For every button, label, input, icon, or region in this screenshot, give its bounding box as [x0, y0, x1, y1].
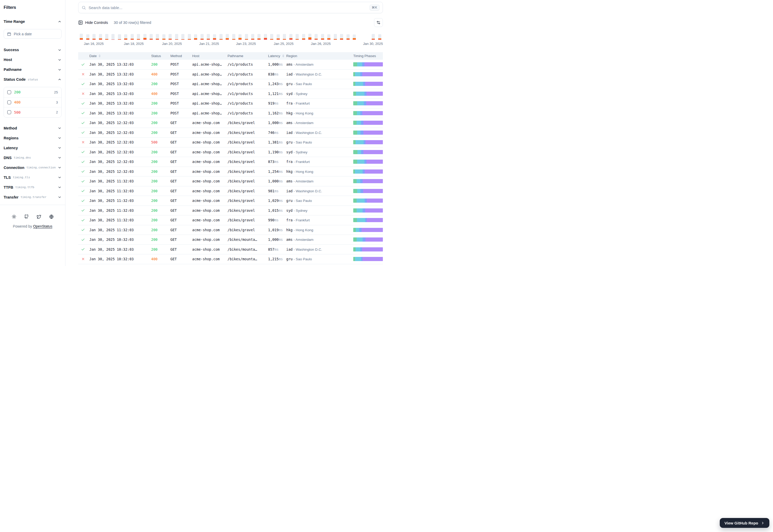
table-row[interactable]: Jan 30, 2025 11:32:03200GETacme-shop.com…: [78, 206, 383, 216]
table-row[interactable]: Jan 30, 2025 12:32:03200GETacme-shop.com…: [78, 167, 383, 177]
table-row[interactable]: Jan 30, 2025 13:32:03400POSTapi.acme-sho…: [78, 89, 383, 99]
histogram-bar-slot: [116, 33, 122, 40]
sidebar-section-tls[interactable]: TLStiming.tls: [4, 175, 62, 180]
table-row[interactable]: Jan 30, 2025 10:32:03400GETacme-shop.com…: [78, 254, 383, 264]
cell-pathname: /bikes/gravel: [226, 121, 266, 125]
success-check-icon: [78, 238, 88, 242]
table-row[interactable]: Jan 30, 2025 12:32:03200GETacme-shop.com…: [78, 128, 383, 138]
chevron-up-icon: [58, 20, 62, 24]
sidebar-section-dns[interactable]: DNStiming.dns: [4, 155, 62, 160]
histogram-bar-slot: [110, 33, 116, 40]
cell-host: api.acme-shop…: [190, 72, 226, 76]
phase-tls-segment: [363, 169, 365, 174]
sidebar-section-success[interactable]: Success: [4, 47, 62, 52]
openstatus-link[interactable]: OpenStatus: [33, 224, 52, 228]
table-row[interactable]: Jan 30, 2025 12:32:03500GETacme-shop.com…: [78, 138, 383, 147]
phase-dns-segment: [353, 189, 357, 193]
phase-tls-segment: [364, 101, 366, 105]
table-row[interactable]: Jan 30, 2025 13:32:03200POSTapi.acme-sho…: [78, 108, 383, 118]
cell-host: acme-shop.com: [190, 199, 226, 203]
table-row[interactable]: Jan 30, 2025 13:32:03200POSTapi.acme-sho…: [78, 60, 383, 70]
sidebar-section-ttfb[interactable]: TTFBtiming.ttfb: [4, 185, 62, 190]
chevron-down-icon: [58, 68, 62, 72]
success-check-icon: [78, 247, 88, 251]
cell-pathname: /bikes/mounta…: [226, 257, 266, 261]
section-label: Transfer: [4, 195, 18, 199]
sidebar-section-transfer[interactable]: Transfertiming.transfer: [4, 195, 62, 200]
section-label: Regions: [4, 136, 18, 140]
checkbox[interactable]: [7, 110, 11, 114]
phase-tls-segment: [361, 257, 363, 261]
table-row[interactable]: Jan 30, 2025 11:32:03200GETacme-shop.com…: [78, 176, 383, 186]
cell-latency: 919ms: [266, 101, 284, 105]
checkbox[interactable]: [7, 100, 11, 104]
phase-connection-segment: [357, 62, 362, 66]
cell-date: Jan 30, 2025 13:32:03: [88, 82, 149, 86]
cell-date: Jan 30, 2025 13:32:03: [88, 72, 149, 76]
table-row[interactable]: Jan 30, 2025 11:32:03200GETacme-shop.com…: [78, 186, 383, 196]
view-options-button[interactable]: [374, 18, 383, 27]
cell-status: 200: [149, 62, 168, 66]
sidebar-section-method[interactable]: Method: [4, 126, 62, 131]
table-row[interactable]: Jan 30, 2025 13:32:03400POSTapi.acme-sho…: [78, 70, 383, 79]
cell-host: acme-shop.com: [190, 179, 226, 183]
status-option-400[interactable]: 4003: [4, 97, 61, 107]
table-row[interactable]: Jan 30, 2025 12:32:03200GETacme-shop.com…: [78, 118, 383, 128]
cell-status: 400: [149, 257, 168, 261]
table-row[interactable]: Jan 30, 2025 13:32:03200POSTapi.acme-sho…: [78, 79, 383, 89]
hide-controls-button[interactable]: Hide Controls: [78, 20, 108, 25]
cell-host: acme-shop.com: [190, 247, 226, 251]
histogram-bar-slot: [307, 33, 313, 40]
sidebar-section-latency[interactable]: Latency: [4, 146, 62, 150]
column-header-latency[interactable]: Latency: [266, 54, 284, 58]
timing-phases-bar: [353, 101, 383, 105]
histogram-bar-slot: [78, 33, 84, 40]
cell-latency: 1,029ms: [266, 199, 284, 203]
sidebar-section-time-range[interactable]: Time Range: [4, 19, 62, 24]
status-option-500[interactable]: 5002: [4, 107, 61, 117]
timing-phases-bar: [353, 199, 383, 203]
table-row[interactable]: Jan 30, 2025 13:32:03200POSTapi.acme-sho…: [78, 99, 383, 108]
phase-ttfb-segment: [364, 62, 383, 66]
table-row[interactable]: Jan 30, 2025 12:32:03200GETacme-shop.com…: [78, 157, 383, 167]
cell-latency: 746ms: [266, 131, 284, 135]
search-input[interactable]: [88, 5, 367, 10]
sidebar-section-pathname[interactable]: Pathname: [4, 67, 62, 72]
cell-method: GET: [168, 140, 190, 144]
sidebar-section-host[interactable]: Host: [4, 57, 62, 62]
phase-connection-segment: [356, 140, 364, 144]
table-row[interactable]: Jan 30, 2025 11:32:03200GETacme-shop.com…: [78, 215, 383, 225]
github-icon[interactable]: [24, 214, 29, 219]
table-header: DateStatusMethodHostPathnameLatencyRegio…: [78, 52, 383, 60]
twitter-icon[interactable]: [37, 214, 41, 219]
column-header-host: Host: [190, 54, 226, 58]
table-row[interactable]: Jan 30, 2025 11:32:03200GETacme-shop.com…: [78, 225, 383, 235]
table-row[interactable]: Jan 30, 2025 10:32:03200GETacme-shop.com…: [78, 245, 383, 255]
phase-ttfb-segment: [363, 189, 383, 193]
checkbox[interactable]: [7, 90, 11, 94]
timing-phases-bar: [353, 208, 383, 213]
status-option-200[interactable]: 20025: [4, 87, 61, 97]
success-check-icon: [78, 150, 88, 154]
cell-date: Jan 30, 2025 12:32:03: [88, 140, 149, 144]
phase-dns-segment: [353, 228, 356, 232]
cell-timing-phases: [351, 101, 383, 105]
column-header-date[interactable]: Date: [88, 54, 149, 58]
sidebar-section-regions[interactable]: Regions: [4, 136, 62, 140]
table-row[interactable]: Jan 30, 2025 12:32:03200GETacme-shop.com…: [78, 147, 383, 157]
table-row[interactable]: Jan 30, 2025 11:32:03200GETacme-shop.com…: [78, 196, 383, 206]
sidebar-section-connection[interactable]: Connectiontiming.connection: [4, 165, 62, 170]
globe-icon[interactable]: [49, 214, 54, 219]
success-check-icon: [78, 101, 88, 105]
sun-icon[interactable]: [12, 214, 16, 219]
cell-status: 200: [149, 101, 168, 105]
timeline-chart[interactable]: Jan 16, 2025Jan 18, 2025Jan 20, 2025Jan …: [78, 33, 383, 47]
sidebar-section-status-code[interactable]: Status Codestatus: [4, 77, 62, 82]
cell-method: GET: [168, 121, 190, 125]
date-picker-input[interactable]: Pick a date: [4, 29, 62, 39]
cell-latency: 1,000ms: [266, 179, 284, 183]
table-row[interactable]: Jan 30, 2025 10:32:03200GETacme-shop.com…: [78, 235, 383, 245]
histogram-bar-slot: [141, 33, 148, 40]
cell-region: syd - Sydney: [284, 92, 351, 96]
cell-timing-phases: [351, 179, 383, 183]
